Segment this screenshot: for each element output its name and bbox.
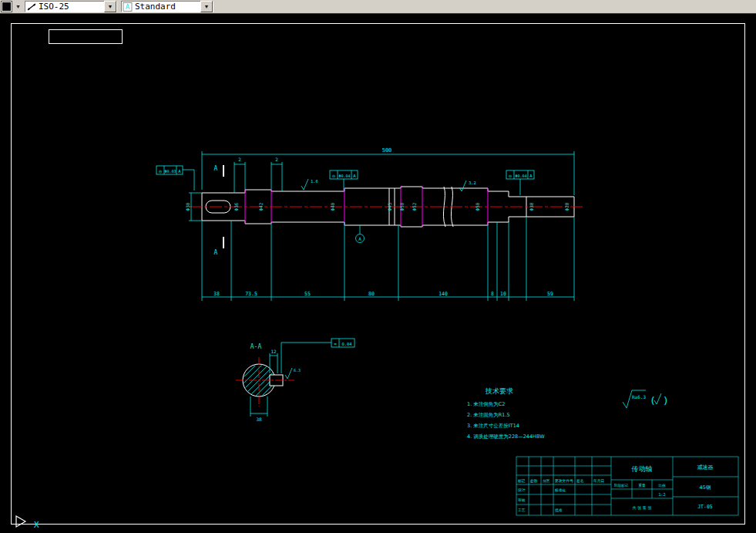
tb-mid-label-2: 比例 xyxy=(659,484,667,488)
tb-mid-label-0: 阶段标记 xyxy=(614,483,629,488)
drawing-canvas[interactable]: 500 2 2 A A Φ30 Φ36 Φ42 Φ40 Φ45 Φ50 Φ52 … xyxy=(0,0,756,533)
section-cut-label-bottom: A xyxy=(214,249,218,256)
tech-req-title: 技术要求 xyxy=(485,387,513,395)
dia-label-0: Φ30 xyxy=(185,202,190,211)
ucs-icon: X xyxy=(16,516,39,530)
gdt2-symbol: ◎ xyxy=(332,173,335,178)
dia-label-1: Φ36 xyxy=(234,202,239,211)
surface-finish-2: 3.2 xyxy=(469,180,476,185)
gdt-frame-1: ◎ Φ0.03 A xyxy=(156,166,194,191)
ucs-axis-label: X xyxy=(34,520,39,530)
section-cut-label-top: A xyxy=(214,165,218,172)
len-dim-3: 80 xyxy=(368,291,375,297)
sheet-frame xyxy=(12,24,745,525)
dia-label-6: Φ52 xyxy=(412,202,417,211)
tb-org-name: 减速器 xyxy=(697,464,714,471)
section-view-label: A-A xyxy=(250,343,262,350)
keyway-depth-dim: 38 xyxy=(256,417,262,422)
dia-label-7: Φ50 xyxy=(475,202,480,211)
tb-row-label-2: 审核 xyxy=(518,498,526,502)
gdt1-datum: A xyxy=(178,169,181,174)
chamfer-dim-2: 2 xyxy=(275,157,278,162)
len-dim-5: 8 xyxy=(491,291,494,297)
tb-part-name: 传动轴 xyxy=(631,465,653,473)
len-dim-4: 140 xyxy=(438,291,448,297)
tb-row-label-0: 设计 xyxy=(517,487,526,492)
section-view: A-A 12 6.3 = 0.04 38 xyxy=(236,339,354,422)
section-gdt-tolerance: 0.04 xyxy=(341,342,352,346)
len-dim-1: 73.5 xyxy=(245,291,257,297)
surface-note-value: Ra6.3 xyxy=(632,394,646,400)
dim-style-value: ISO-25 xyxy=(38,2,104,12)
dia-label-9: Φ28 xyxy=(564,202,570,211)
dia-label-3: Φ40 xyxy=(330,202,335,211)
text-style-dropdown-icon[interactable]: ▼ xyxy=(200,1,213,12)
tb-col-header-0: 标记 xyxy=(517,479,526,484)
section-gdt-symbol: = xyxy=(334,341,337,346)
tb-sheet-info: 共 张 第 张 xyxy=(633,505,652,511)
len-dim-6: 10 xyxy=(500,291,506,297)
overall-dim-text: 500 xyxy=(382,147,392,153)
tech-req-line-3: 3. 未注尺寸公差按IT14 xyxy=(467,423,519,429)
dim-style-icon xyxy=(25,2,38,12)
keyway-surface-finish: 6.3 xyxy=(294,368,301,373)
title-block: 标记 处数 分区 更改文件号 签名 年月日 设计 标准化 审核 工艺 批准 传动… xyxy=(516,457,738,515)
chamfer-dim-1: 2 xyxy=(238,157,241,162)
tb-col-header-1: 处数 xyxy=(530,478,538,484)
surface-note-paren-close: ) xyxy=(663,395,669,406)
gdt1-symbol: ◎ xyxy=(159,168,162,174)
tech-req-line-4: 4. 调质处理硬度为228—244HBW xyxy=(467,433,545,440)
text-style-combo[interactable]: A Standard ▼ xyxy=(121,1,213,12)
gdt3-datum: A xyxy=(529,174,533,178)
tb-drawing-number: JT-05 xyxy=(697,504,713,510)
gdt-frame-2: ◎ Φ0.04 A xyxy=(330,170,358,191)
tb-scale-value: 1:2 xyxy=(658,492,665,497)
ucs-arrow-icon xyxy=(16,516,25,527)
tb-col-header-4: 签名 xyxy=(576,479,584,484)
gdt3-tolerance: Φ0.04 xyxy=(515,174,526,178)
gdt3-symbol: ◎ xyxy=(509,173,512,178)
dim-style-combo[interactable]: ISO-25 ▼ xyxy=(25,1,117,12)
dia-label-5: Φ50 xyxy=(399,202,405,211)
tb-row-label-4: 批准 xyxy=(555,508,563,513)
tb-col-header-2: 分区 xyxy=(543,479,550,483)
tb-row-label-1: 标准化 xyxy=(554,488,566,493)
len-dim-2: 55 xyxy=(304,291,311,297)
tech-requirements: 技术要求 1. 未注倒角为C2 2. 未注圆角为R1.5 3. 未注尺寸公差按I… xyxy=(467,387,545,440)
tech-req-line-1: 1. 未注倒角为C2 xyxy=(467,401,505,407)
tb-col-header-5: 年月日 xyxy=(593,479,604,484)
tech-req-line-2: 2. 未注圆角为R1.5 xyxy=(467,412,510,418)
len-dim-0: 38 xyxy=(213,291,220,297)
toolbar-overflow-icon[interactable]: ▼ xyxy=(15,4,21,9)
gdt2-datum: A xyxy=(353,174,356,178)
datum-label: A xyxy=(358,236,361,241)
toolbar: ▼ ISO-25 ▼ A Standard ▼ xyxy=(0,0,756,14)
text-style-value: Standard xyxy=(134,2,200,12)
shaft-front-view xyxy=(190,187,583,227)
surface-roughness-note: Ra6.3 ( ) xyxy=(623,390,669,408)
surface-finish-1: 1.6 xyxy=(311,179,318,184)
gdt1-tolerance: Φ0.03 xyxy=(164,169,176,174)
tb-mid-label-1: 重量 xyxy=(639,483,647,487)
len-dim-7: 59 xyxy=(547,291,553,297)
toolbar-grip-icon[interactable] xyxy=(2,2,12,12)
tb-col-header-3: 更改文件号 xyxy=(555,478,573,483)
gdt2-tolerance: Φ0.04 xyxy=(338,174,350,178)
keyway-width-dim: 12 xyxy=(270,349,277,354)
tb-row-label-3: 工艺 xyxy=(518,508,526,512)
text-style-icon: A xyxy=(122,2,134,12)
dim-style-dropdown-icon[interactable]: ▼ xyxy=(104,1,116,12)
tb-material: 45钢 xyxy=(700,484,711,491)
dia-label-2: Φ42 xyxy=(258,202,264,211)
dia-label-4: Φ45 xyxy=(387,202,392,211)
dia-label-8: Φ38 xyxy=(529,202,534,211)
gdt-frame-3: ◎ Φ0.04 A xyxy=(506,170,534,195)
text-style-glyph: A xyxy=(126,3,130,11)
